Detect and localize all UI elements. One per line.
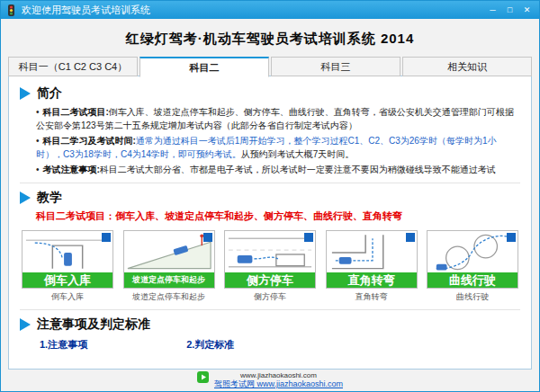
window-title: 欢迎使用驾驶员考试培训系统 [22, 4, 481, 17]
intro-bullet-1: •科目二考试项目:倒车入库、坡道定点停车和起步、侧方停车、曲线行驶、直角转弯，省… [36, 105, 518, 132]
play-icon [20, 87, 31, 100]
right-angle-turn-diagram [327, 231, 417, 272]
close-button[interactable]: ✕ [519, 4, 535, 17]
section-divider [20, 309, 520, 310]
card-caption[interactable]: 曲线行驶 [427, 291, 518, 303]
notes-links: 1.注意事项 2.判定标准 [40, 338, 520, 352]
card-caption[interactable]: 直角转弯 [326, 291, 418, 303]
card-watermark [203, 233, 212, 242]
card-watermark [102, 233, 111, 242]
card-right-angle-turn: 直角转弯 直角转弯 [326, 230, 418, 303]
teaching-cards: 倒车入库 倒车入库 坡道定点停车和起步 [22, 230, 518, 303]
footer-text: www.jiazhaokaoshi.com 驾照考试网 www.jiazhaok… [214, 371, 343, 389]
parallel-parking-diagram [225, 231, 315, 272]
play-icon [20, 318, 31, 331]
section-divider [20, 183, 520, 183]
card-caption[interactable]: 侧方停车 [224, 291, 316, 303]
parallel-parking-card[interactable]: 侧方停车 [224, 230, 316, 289]
tab-subject-1[interactable]: 科目一（C1 C2 C3 C4） [8, 57, 138, 76]
intro-title: 简介 [37, 85, 62, 102]
footer-url: www.jiazhaokaoshi.com [214, 371, 343, 379]
maximize-button[interactable]: □ [502, 4, 518, 17]
right-angle-turn-card[interactable]: 直角转弯 [326, 230, 418, 289]
card-watermark [304, 233, 313, 242]
traffic-light-icon [5, 4, 17, 16]
card-label: 直角转弯 [327, 272, 417, 288]
bullet-dot: • [36, 165, 40, 174]
card-label: 倒车入库 [22, 272, 112, 288]
bullet-label: 考试注意事项: [43, 165, 100, 174]
app-window: 欢迎使用驾驶员考试培训系统 ─ □ ✕ 红绿灯驾考·机动车驾驶员考试培训系统 2… [0, 0, 540, 392]
reverse-parking-diagram [22, 231, 112, 272]
footer-site-link[interactable]: 驾照考试网 www.jiazhaokaoshi.com [214, 379, 343, 388]
s-curve-card[interactable]: 曲线行驶 [427, 230, 518, 289]
card-label: 侧方停车 [225, 272, 315, 288]
window-controls: ─ □ ✕ [485, 4, 535, 17]
bullet-dot: • [36, 107, 40, 117]
teaching-subtitle: 科目二考试项目：倒车入库、坡道定点停车和起步、侧方停车、曲线行驶、直角转弯 [36, 209, 520, 223]
content-panel: 简介 •科目二考试项目:倒车入库、坡道定点停车和起步、侧方停车、曲线行驶、直角转… [8, 76, 532, 370]
card-caption[interactable]: 倒车入库 [22, 291, 113, 303]
card-label: 坡道定点停车和起步 [124, 272, 214, 288]
notes-title: 注意事项及判定标准 [37, 316, 150, 333]
card-caption[interactable]: 坡道定点停车和起步 [123, 291, 215, 303]
teaching-title: 教学 [37, 190, 62, 206]
intro-bullet-3: •考试注意事项:科目二考试大部分省、市都是电子考试，所以考试时一定要注意不要因为… [36, 163, 518, 176]
play-icon [20, 192, 31, 204]
minimize-button[interactable]: ─ [485, 4, 500, 17]
bullet-text: 从预约到考试大概7天时间。 [241, 149, 355, 159]
site-badge-icon [197, 371, 209, 383]
hill-start-diagram [124, 231, 214, 272]
intro-bullet-2: •科目二学习及考试时间:通常为通过科目一考试后1周开始学习，整个学习过程C1、C… [36, 134, 518, 161]
bullet-label: 科目二学习及考试时间: [43, 136, 136, 146]
card-watermark [406, 233, 415, 242]
card-watermark [507, 233, 516, 242]
app-header: 红绿灯驾考·机动车驾驶员考试培训系统 2014 [1, 19, 539, 55]
reverse-parking-card[interactable]: 倒车入库 [22, 230, 113, 289]
card-s-curve: 曲线行驶 曲线行驶 [427, 230, 518, 303]
title-bar: 欢迎使用驾驶员考试培训系统 ─ □ ✕ [1, 1, 539, 19]
bullet-label: 科目二考试项目: [43, 107, 109, 117]
hill-start-card[interactable]: 坡道定点停车和起步 [123, 230, 215, 289]
bullet-text: 科目二考试大部分省、市都是电子考试，所以考试时一定要注意不要因为稍微碰线导致不能… [100, 165, 496, 174]
intro-section-heading: 简介 [20, 85, 520, 102]
tab-subject-3[interactable]: 科目三 [271, 57, 400, 76]
card-label: 曲线行驶 [428, 272, 518, 288]
card-parallel-parking: 侧方停车 侧方停车 [224, 230, 316, 303]
page-title: 红绿灯驾考·机动车驾驶员考试培训系统 2014 [1, 31, 539, 48]
tab-bar: 科目一（C1 C2 C3 C4） 科目二 科目三 相关知识 [8, 57, 532, 76]
card-hill-start: 坡道定点停车和起步 坡道定点停车和起步 [123, 230, 215, 303]
footer: www.jiazhaokaoshi.com 驾照考试网 www.jiazhaok… [1, 370, 539, 391]
link-judging-standard[interactable]: 2.判定标准 [186, 338, 234, 352]
card-reverse-parking: 倒车入库 倒车入库 [22, 230, 113, 303]
link-precautions[interactable]: 1.注意事项 [40, 338, 87, 352]
teaching-section-heading: 教学 [20, 190, 520, 206]
s-curve-diagram [428, 231, 518, 272]
tab-subject-2[interactable]: 科目二 [140, 57, 269, 77]
bullet-dot: • [36, 136, 40, 146]
intro-bullets: •科目二考试项目:倒车入库、坡道定点停车和起步、侧方停车、曲线行驶、直角转弯，省… [36, 105, 518, 176]
tab-related-knowledge[interactable]: 相关知识 [402, 57, 532, 76]
notes-section-heading: 注意事项及判定标准 [20, 316, 520, 333]
